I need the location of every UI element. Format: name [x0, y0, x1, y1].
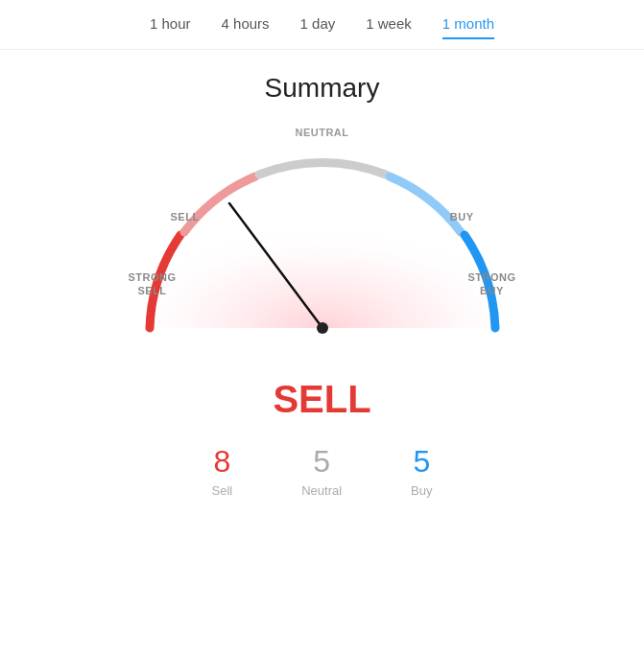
summary-title: Summary [265, 73, 380, 104]
stat-neutral-label: Neutral [301, 483, 342, 498]
sentiment-label: SELL [273, 378, 370, 421]
label-neutral: NEUTRAL [295, 127, 348, 138]
label-sell: SELL [171, 211, 200, 223]
stat-neutral-value: 5 [313, 444, 330, 480]
tab-1d[interactable]: 1 day [300, 15, 336, 39]
tab-4h[interactable]: 4 hours [222, 15, 270, 39]
label-strong-sell: STRONGSELL [129, 270, 177, 298]
stat-sell-value: 8 [213, 444, 230, 480]
stats-row: 8 Sell 5 Neutral 5 Buy [211, 444, 432, 498]
stat-neutral: 5 Neutral [301, 444, 342, 498]
tab-1m[interactable]: 1 month [442, 15, 494, 39]
tab-1h[interactable]: 1 hour [150, 15, 191, 39]
gauge-container: NEUTRAL SELL BUY STRONGSELL STRONGBUY [121, 127, 524, 357]
tab-1w[interactable]: 1 week [366, 15, 412, 39]
tab-bar: 1 hour 4 hours 1 day 1 week 1 month [0, 0, 644, 50]
gauge-svg [121, 127, 524, 357]
stat-sell-label: Sell [211, 483, 232, 498]
label-strong-buy: STRONGBUY [467, 270, 515, 298]
stat-buy: 5 Buy [411, 444, 432, 498]
stat-sell: 8 Sell [211, 444, 232, 498]
stat-buy-label: Buy [411, 483, 432, 498]
label-buy: BUY [450, 211, 474, 223]
svg-point-1 [317, 322, 328, 334]
main-content: Summary NEUTRAL SELL BUY STRONGSELL STRO… [0, 50, 644, 513]
stat-buy-value: 5 [413, 444, 430, 480]
